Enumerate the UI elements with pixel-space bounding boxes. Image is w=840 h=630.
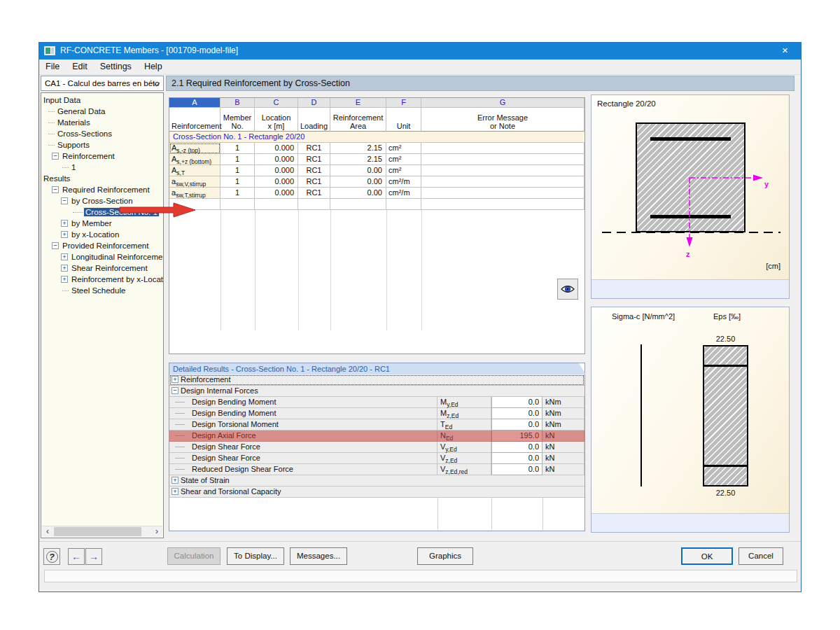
tree-item-required-reinforcement[interactable]: −Required Reinforcement [41,184,163,195]
cell-member[interactable]: 1 [220,165,255,176]
collapse-icon[interactable]: − [52,153,59,160]
cell-unit[interactable]: cm²/m [386,176,421,188]
collapse-icon[interactable]: − [61,197,68,204]
row-label[interactable]: As,T [169,165,220,176]
detail-row[interactable]: Reduced Design Shear Force Vz,Ed,red 0.0… [169,464,584,475]
cell-loading[interactable]: RC1 [298,165,330,176]
cell-unit[interactable]: cm² [386,154,421,165]
graphics-button[interactable]: Graphics [417,547,473,565]
cell-area[interactable]: 2.15 [330,154,386,165]
cell-note[interactable] [421,154,584,165]
cell-member[interactable]: 1 [220,176,255,188]
detail-row-value[interactable]: 0.0 [491,464,542,475]
collapse-icon[interactable]: − [172,387,178,394]
row-label[interactable]: As,-z (top) [169,143,220,154]
tree-item-by-member[interactable]: +by Member [41,218,163,229]
cell-loading[interactable]: RC1 [298,188,330,199]
column-letter-d[interactable]: D [298,98,330,108]
cell-note[interactable] [421,188,584,199]
cell-member[interactable]: 1 [220,154,255,165]
detail-section-shear-torsional-capacity[interactable]: + Shear and Torsional Capacity [169,486,584,498]
expand-icon[interactable]: + [61,253,68,260]
view-results-button[interactable] [557,279,578,300]
detail-section-design-internal-forces[interactable]: − Design Internal Forces [169,386,584,397]
cell-area[interactable]: 2.15 [330,143,386,154]
detail-row-design-axial-force-highlighted[interactable]: Design Axial Force NEd 195.0 kN [169,430,584,442]
expand-icon[interactable]: + [172,477,178,484]
cell-unit[interactable]: cm²/m [386,188,421,199]
cell-note[interactable] [421,165,584,176]
cell-location[interactable]: 0.000 [255,143,298,154]
scrollbar-thumb[interactable] [54,527,141,536]
messages-button[interactable]: Messages... [290,547,347,565]
case-selector-dropdown[interactable]: CA1 - Calcul des barres en béto [41,76,164,91]
detail-row-value[interactable]: 0.0 [491,419,542,430]
column-letter-b[interactable]: B [220,98,255,108]
tree-item-materials[interactable]: Materials [41,117,163,128]
cell-member[interactable]: 1 [220,143,255,154]
tree-item-steel-schedule[interactable]: Steel Schedule [41,285,163,296]
column-letter-a[interactable]: A [169,98,220,108]
tree-item-input-data[interactable]: Input Data [41,94,163,106]
detail-row[interactable]: Design Bending Moment Mz,Ed 0.0 kNm [169,408,584,419]
help-button[interactable]: ? [43,548,60,565]
tree-item-provided-reinforcement[interactable]: −Provided Reinforcement [41,240,163,251]
detail-section-reinforcement[interactable]: + Reinforcement [169,374,584,386]
detail-row-value[interactable]: 0.0 [491,442,542,453]
cell-note[interactable] [421,176,584,188]
detail-row-value[interactable]: 0.0 [491,453,542,464]
tree-horizontal-scrollbar[interactable]: ‹ › [42,526,162,537]
cell-member[interactable]: 1 [220,188,255,199]
menu-edit[interactable]: Edit [66,59,94,71]
table-row[interactable]: As,-z (top) 1 0.000 RC1 2.15 cm² [169,143,586,154]
row-label[interactable]: As,+z (bottom) [169,154,220,165]
menu-file[interactable]: File [39,59,66,71]
tree-item-reinforcement[interactable]: −Reinforcement [41,150,163,162]
cell-empty[interactable] [330,199,386,210]
cell-location[interactable]: 0.000 [255,154,298,165]
previous-panel-button[interactable]: ← [68,548,85,565]
scroll-right-icon[interactable]: › [151,526,162,537]
detail-row[interactable]: Design Bending Moment My,Ed 0.0 kNm [169,397,584,408]
table-row[interactable]: asw,V,stirrup 1 0.000 RC1 0.00 cm²/m [169,176,586,188]
tree-item-supports[interactable]: Supports [41,139,163,150]
column-letter-g[interactable]: G [421,98,584,108]
tree-item-reinforcement-by-x-location[interactable]: +Reinforcement by x-Location [41,274,163,285]
tree-item-longitudinal-reinforcement[interactable]: +Longitudinal Reinforcement [41,251,163,262]
expand-icon[interactable]: + [172,376,178,383]
collapse-icon[interactable]: − [52,186,59,193]
tree-item-shear-reinforcement[interactable]: +Shear Reinforcement [41,262,163,274]
tree-item-general-data[interactable]: General Data [41,106,163,117]
cell-location[interactable]: 0.000 [255,176,298,188]
next-panel-button[interactable]: → [85,548,102,565]
expand-icon[interactable]: + [61,220,68,227]
cell-loading[interactable]: RC1 [298,154,330,165]
close-button[interactable]: × [769,43,801,59]
detail-row[interactable]: Design Torsional Moment TEd 0.0 kNm [169,419,584,430]
tree-item-by-x-location[interactable]: +by x-Location [41,229,163,240]
scroll-left-icon[interactable]: ‹ [42,526,53,537]
table-row[interactable]: As,T 1 0.000 RC1 0.00 cm² [169,165,586,176]
table-row[interactable]: asw,T,stirrup 1 0.000 RC1 0.00 cm²/m [169,188,586,199]
column-letter-f[interactable]: F [386,98,421,108]
cell-loading[interactable]: RC1 [298,143,330,154]
detail-row[interactable]: Design Shear Force Vz,Ed 0.0 kN [169,453,584,464]
tree-item-reinforcement-1[interactable]: 1 [41,162,163,173]
cell-area[interactable]: 0.00 [330,176,386,188]
cell-empty[interactable] [421,199,584,210]
expand-icon[interactable]: + [172,488,178,495]
tree-item-results[interactable]: Results [41,173,163,184]
column-letter-e[interactable]: E [330,98,386,108]
row-label[interactable]: asw,T,stirrup [169,188,220,199]
table-row[interactable]: As,+z (bottom) 1 0.000 RC1 2.15 cm² [169,154,586,165]
cell-loading[interactable]: RC1 [298,176,330,188]
cell-note[interactable] [421,143,584,154]
column-letter-c[interactable]: C [255,98,298,108]
detail-row-value[interactable]: 195.0 [491,430,542,442]
cell-area[interactable]: 0.00 [330,165,386,176]
calculation-button[interactable]: Calculation [167,547,220,565]
expand-icon[interactable]: + [61,276,68,283]
tree-item-cross-sections[interactable]: Cross-Sections [41,128,163,139]
expand-icon[interactable]: + [61,231,68,238]
row-label[interactable]: asw,V,stirrup [169,176,220,188]
